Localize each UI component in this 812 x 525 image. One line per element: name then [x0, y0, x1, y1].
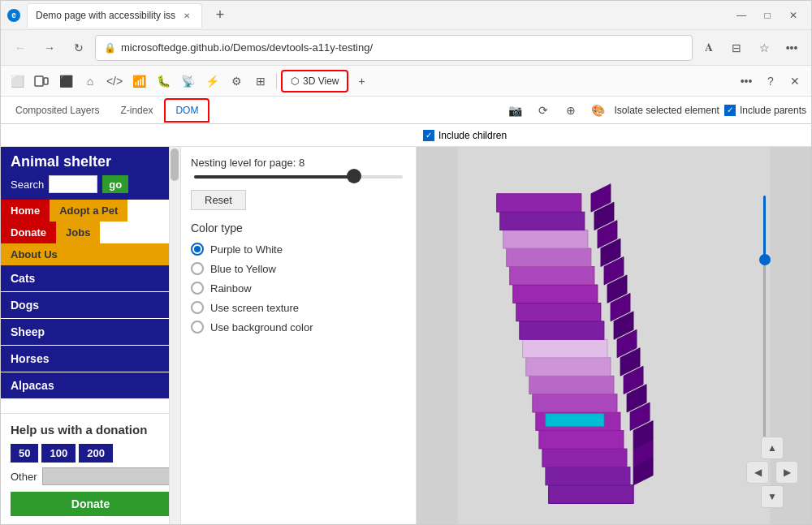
donation-title: Help us with a donation	[11, 422, 171, 438]
reader-view-button[interactable]: ⊟	[723, 35, 749, 61]
scrollbar-thumb[interactable]	[171, 148, 179, 181]
more-tools-icon[interactable]: +	[350, 70, 373, 93]
tab-dom[interactable]: DOM	[164, 98, 209, 123]
nav-adopt[interactable]: Adopt a Pet	[50, 200, 127, 222]
rotate-icon[interactable]: ⊕	[559, 99, 582, 122]
site-title: Animal shelter	[11, 153, 171, 170]
amount-200[interactable]: 200	[79, 444, 113, 463]
source-icon[interactable]: </>	[103, 70, 126, 93]
nav-donate[interactable]: Donate	[1, 222, 56, 243]
svg-rect-6	[542, 449, 627, 467]
3d-view-panel: ▲ ◀ ▶ ▼	[417, 147, 811, 524]
favorites-button[interactable]: ☆	[751, 35, 777, 61]
menu-button[interactable]: •••	[779, 35, 805, 61]
close-devtools-icon[interactable]: ✕	[784, 70, 806, 93]
radio-rainbow[interactable]: Rainbow	[191, 282, 406, 295]
nesting-slider-track	[194, 175, 403, 179]
donate-button[interactable]: Donate	[11, 492, 171, 516]
nesting-slider-fill	[194, 175, 351, 179]
minimize-button[interactable]: —	[730, 4, 753, 27]
pet-item-cats[interactable]: Cats	[1, 265, 180, 291]
app-icon[interactable]: ⊞	[249, 70, 272, 93]
address-bar[interactable]: 🔒 microsoftedge.github.io/Demos/devtools…	[95, 35, 693, 61]
main-content-area: Animal shelter Search go Home Adopt a Pe…	[1, 147, 811, 524]
network-icon[interactable]: 📶	[127, 70, 150, 93]
device-toolbar-icon[interactable]	[30, 70, 53, 93]
scrollbar[interactable]	[169, 147, 180, 524]
radio-icon-purple-white	[191, 243, 204, 256]
help-icon[interactable]: ?	[759, 70, 782, 93]
include-parents-checkbox[interactable]: Include parents	[724, 105, 806, 116]
3d-view-tab[interactable]: ⬡ 3D View	[281, 70, 348, 93]
search-bar: Search go	[11, 175, 171, 193]
maximize-button[interactable]: □	[756, 4, 779, 27]
address-text: microsoftedge.github.io/Demos/devtools-a…	[121, 41, 373, 54]
tab-composited-layers[interactable]: Composited Layers	[6, 98, 109, 123]
svg-rect-12	[526, 358, 611, 376]
performance-icon[interactable]: ⚡	[201, 70, 223, 93]
refresh-3d-icon[interactable]: ⟳	[532, 99, 555, 122]
read-aloud-button[interactable]: 𝐀	[696, 35, 722, 61]
overflow-menu-icon[interactable]: •••	[735, 70, 758, 93]
forward-button[interactable]: →	[37, 35, 63, 61]
back-button[interactable]: ←	[7, 35, 33, 61]
donation-section: Help us with a donation 50 100 200 Other…	[1, 413, 180, 525]
reset-button[interactable]: Reset	[191, 190, 246, 210]
svg-rect-18	[507, 248, 591, 266]
amount-100[interactable]: 100	[41, 444, 76, 463]
radio-icon-blue-yellow	[191, 262, 204, 275]
svg-rect-1	[44, 78, 48, 84]
inspect-icon[interactable]: ⬛	[54, 70, 77, 93]
screenshot-icon[interactable]: 📷	[504, 99, 527, 122]
radio-blue-yellow[interactable]: Blue to Yellow	[191, 262, 406, 275]
refresh-button[interactable]: ↻	[66, 35, 92, 61]
bug-icon[interactable]: 🐛	[152, 70, 175, 93]
website-panel: Animal shelter Search go Home Adopt a Pe…	[1, 147, 181, 524]
nav-home[interactable]: Home	[1, 200, 50, 222]
pet-item-horses[interactable]: Horses	[1, 346, 180, 372]
new-tab-button[interactable]: +	[209, 4, 231, 27]
pet-item-sheep[interactable]: Sheep	[1, 319, 180, 345]
browser-tab[interactable]: Demo page with accessibility iss ✕	[27, 3, 202, 28]
browser-window: Demo page with accessibility iss ✕ + — □…	[0, 0, 812, 525]
3d-cube-icon: ⬡	[291, 75, 299, 87]
search-label: Search	[11, 179, 44, 191]
tab-zindex[interactable]: Z-index	[110, 98, 162, 123]
nav-right-button[interactable]: ▶	[775, 461, 798, 484]
nav-left-button[interactable]: ◀	[746, 461, 769, 484]
tab-close-button[interactable]: ✕	[180, 9, 193, 22]
include-children-checkbox[interactable]: Include children	[423, 130, 507, 141]
color-picker-icon[interactable]: 🎨	[587, 99, 610, 122]
color-type-radio-group: Purple to White Blue to Yellow Rainbow U…	[191, 243, 406, 334]
search-go-button[interactable]: go	[102, 175, 128, 193]
svg-rect-10	[533, 394, 617, 412]
home-icon[interactable]: ⌂	[79, 70, 102, 93]
amount-50[interactable]: 50	[11, 444, 38, 463]
radio-bg-color[interactable]: Use background color	[191, 321, 406, 334]
search-input[interactable]	[49, 175, 97, 193]
nav-up-button[interactable]: ▲	[761, 437, 784, 459]
pet-item-alpacas[interactable]: Alpacas	[1, 372, 180, 398]
3d-view-label: 3D View	[303, 75, 339, 87]
svg-rect-14	[520, 321, 604, 339]
nav-jobs[interactable]: Jobs	[56, 222, 100, 243]
radio-icon-screen-texture	[191, 301, 204, 314]
radio-screen-texture[interactable]: Use screen texture	[191, 301, 406, 314]
nesting-level-label: Nesting level for page: 8	[191, 157, 406, 169]
svg-rect-11	[529, 376, 614, 394]
screen-cast-icon[interactable]: ⬜	[6, 70, 28, 93]
nav-down-button[interactable]: ▼	[761, 485, 784, 508]
wifi-icon[interactable]: 📡	[176, 70, 199, 93]
window-close-button[interactable]: ✕	[782, 4, 805, 27]
pet-item-dogs[interactable]: Dogs	[1, 292, 180, 318]
include-parents-check-icon	[724, 105, 736, 116]
settings-icon[interactable]: ⚙	[225, 70, 248, 93]
isolate-label: Isolate selected element	[615, 105, 719, 116]
v-slider-fill	[763, 196, 766, 260]
other-amount-input[interactable]	[42, 467, 171, 485]
svg-rect-21	[497, 194, 581, 212]
v-slider-thumb[interactable]	[759, 254, 771, 265]
radio-purple-white[interactable]: Purple to White	[191, 243, 406, 256]
nesting-slider-thumb[interactable]	[347, 169, 361, 183]
nav-about[interactable]: About Us	[1, 243, 180, 265]
